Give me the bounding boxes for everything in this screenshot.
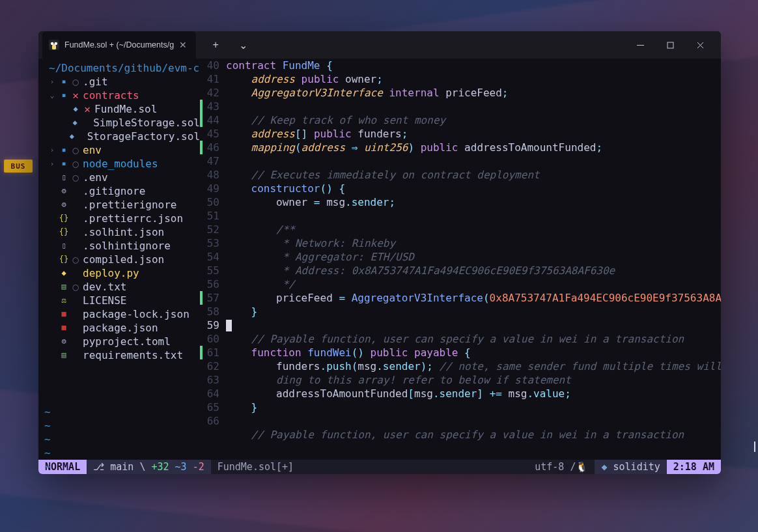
window-controls	[627, 36, 717, 54]
tree-item[interactable]: ▤requirements.txt	[42, 348, 200, 362]
os-icon: 🐧	[576, 461, 588, 473]
git-status: ⎇ main \ +32 ~3 -2	[87, 460, 211, 474]
tree-item[interactable]: {}.prettierrc.json	[42, 212, 200, 225]
tree-item[interactable]: ■package-lock.json	[42, 307, 200, 321]
tree-item[interactable]: ◆deploy.py	[42, 266, 200, 280]
tab-title: FundMe.sol + (~/Documents/g	[64, 40, 174, 49]
titlebar: FundMe.sol + (~/Documents/g ✕ + ⌄	[38, 31, 721, 59]
tree-item[interactable]: {}○compiled.json	[42, 253, 200, 266]
encoding-indicator: utf-8 / 🐧	[528, 460, 595, 474]
filename-indicator: FundMe.sol[+]	[211, 460, 300, 474]
file-tree[interactable]: ~/Documents/github/evm-contr ›▪○.git⌄▪✕c…	[38, 59, 200, 460]
close-icon[interactable]: ✕	[179, 40, 187, 50]
line-numbers: 4041424344454647484950515253545556575859…	[203, 59, 226, 460]
tree-item[interactable]: {}.solhint.json	[42, 225, 200, 239]
tree-item[interactable]: ⚙.prettierignore	[42, 198, 200, 212]
branch-icon: ⎇	[93, 461, 104, 473]
code-content[interactable]: contract FundMe { address public owner; …	[226, 59, 721, 460]
svg-rect-0	[667, 42, 673, 48]
bus-sign-decoration: BUS	[4, 160, 33, 173]
tree-item[interactable]: ⚙.gitignore	[42, 184, 200, 198]
git-additions: +32	[151, 461, 169, 473]
tab-dropdown-button[interactable]: ⌄	[235, 37, 251, 53]
tree-item[interactable]: ›▪○env	[42, 143, 200, 157]
code-editor[interactable]: 4041424344454647484950515253545556575859…	[200, 59, 721, 460]
tab-actions: + ⌄	[196, 37, 251, 53]
tab-active[interactable]: FundMe.sol + (~/Documents/g ✕	[42, 31, 196, 59]
tree-item[interactable]: ⚙pyproject.toml	[42, 335, 200, 348]
statusline: NORMAL ⎇ main \ +32 ~3 -2 FundMe.sol[+] …	[38, 460, 721, 474]
tree-item[interactable]: ▯○.env	[42, 171, 200, 184]
filetype-indicator: ◆ solidity	[595, 460, 666, 474]
tree-item[interactable]: ›▪○node_modules	[42, 157, 200, 171]
ethereum-icon: ◆	[601, 461, 607, 473]
clock: 2:18 AM	[667, 460, 721, 474]
tree-item[interactable]: ▤○dev.txt	[42, 280, 200, 294]
tree-item[interactable]: ⌄▪✕contracts	[42, 89, 200, 102]
tree-item[interactable]: ◆StorageFactory.sol	[42, 130, 200, 143]
editor-body: ~/Documents/github/evm-contr ›▪○.git⌄▪✕c…	[38, 59, 721, 460]
tree-item[interactable]: ◆✕FundMe.sol	[42, 102, 200, 116]
tree-item[interactable]: ›▪○.git	[42, 75, 200, 89]
terminal-window: FundMe.sol + (~/Documents/g ✕ + ⌄ ~/Docu…	[38, 31, 721, 474]
new-tab-button[interactable]: +	[208, 37, 223, 53]
git-modifications: ~3	[175, 461, 187, 473]
tree-item[interactable]: ■package.json	[42, 321, 200, 335]
close-button[interactable]	[687, 36, 713, 54]
git-deletions: -2	[193, 461, 204, 473]
branch-name: main	[110, 461, 133, 473]
tree-item[interactable]: ◆SimpleStorage.sol	[42, 116, 200, 130]
scrollbar-area[interactable]	[753, 38, 755, 457]
minimize-button[interactable]	[627, 36, 653, 54]
tux-icon	[49, 40, 59, 50]
tree-item[interactable]: ⚖LICENSE	[42, 294, 200, 307]
tree-root-path: ~/Documents/github/evm-contr	[42, 61, 200, 75]
scrollbar-cursor	[754, 441, 755, 452]
tilde-column: ~~~~~	[44, 405, 51, 473]
maximize-button[interactable]	[657, 36, 683, 54]
tree-item[interactable]: ▯.solhintignore	[42, 239, 200, 253]
